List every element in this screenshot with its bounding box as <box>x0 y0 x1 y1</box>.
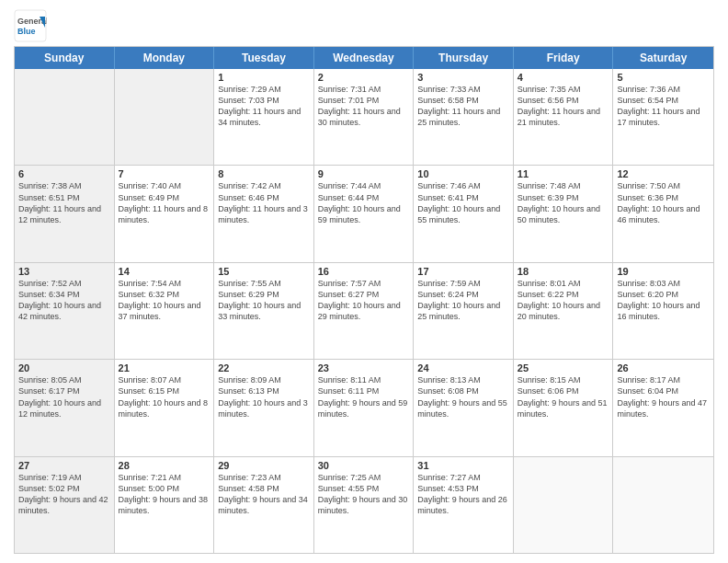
calendar-day-3: 3Sunrise: 7:33 AMSunset: 6:58 PMDaylight… <box>414 69 514 165</box>
calendar-week-2: 13Sunrise: 7:52 AMSunset: 6:34 PMDayligh… <box>15 262 713 359</box>
day-number: 15 <box>218 266 310 277</box>
day-info: Sunrise: 7:25 AMSunset: 4:55 PMDaylight:… <box>318 472 410 517</box>
calendar-header: SundayMondayTuesdayWednesdayThursdayFrid… <box>15 47 713 69</box>
day-info: Sunrise: 7:50 AMSunset: 6:36 PMDaylight:… <box>617 180 710 225</box>
day-number: 8 <box>218 168 310 179</box>
day-number: 28 <box>119 460 210 471</box>
header-day-monday: Monday <box>115 47 215 69</box>
day-info: Sunrise: 7:27 AMSunset: 4:53 PMDaylight:… <box>417 472 509 517</box>
day-number: 12 <box>617 168 710 179</box>
day-number: 23 <box>318 362 410 373</box>
header-day-friday: Friday <box>514 47 614 69</box>
calendar-day-4: 4Sunrise: 7:35 AMSunset: 6:56 PMDaylight… <box>514 69 614 165</box>
day-number: 14 <box>119 266 210 277</box>
calendar-day-31: 31Sunrise: 7:27 AMSunset: 4:53 PMDayligh… <box>414 457 514 553</box>
header-day-saturday: Saturday <box>613 47 713 69</box>
calendar-day-1: 1Sunrise: 7:29 AMSunset: 7:03 PMDaylight… <box>214 69 314 165</box>
day-info: Sunrise: 7:29 AMSunset: 7:03 PMDaylight:… <box>218 84 310 129</box>
calendar-day-14: 14Sunrise: 7:54 AMSunset: 6:32 PMDayligh… <box>115 263 215 359</box>
day-info: Sunrise: 8:01 AMSunset: 6:22 PMDaylight:… <box>518 278 609 323</box>
page: General Blue SundayMondayTuesdayWednesda… <box>0 0 728 563</box>
calendar-day-5: 5Sunrise: 7:36 AMSunset: 6:54 PMDaylight… <box>613 69 713 165</box>
calendar-day-2: 2Sunrise: 7:31 AMSunset: 7:01 PMDaylight… <box>314 69 415 165</box>
day-number: 11 <box>518 168 609 179</box>
day-info: Sunrise: 8:11 AMSunset: 6:11 PMDaylight:… <box>318 374 410 419</box>
day-info: Sunrise: 8:05 AMSunset: 6:17 PMDaylight:… <box>18 374 110 419</box>
day-info: Sunrise: 7:33 AMSunset: 6:58 PMDaylight:… <box>417 84 509 129</box>
calendar-day-10: 10Sunrise: 7:46 AMSunset: 6:41 PMDayligh… <box>414 166 514 261</box>
day-number: 9 <box>318 168 410 179</box>
calendar-day-21: 21Sunrise: 8:07 AMSunset: 6:15 PMDayligh… <box>115 360 215 455</box>
calendar-empty-cell <box>15 69 115 165</box>
day-number: 20 <box>18 362 110 373</box>
calendar-empty-cell <box>613 457 713 553</box>
calendar-day-15: 15Sunrise: 7:55 AMSunset: 6:29 PMDayligh… <box>214 263 314 359</box>
header: General Blue <box>14 9 714 42</box>
calendar-day-29: 29Sunrise: 7:23 AMSunset: 4:58 PMDayligh… <box>214 457 314 553</box>
calendar-empty-cell <box>514 457 614 553</box>
day-info: Sunrise: 7:52 AMSunset: 6:34 PMDaylight:… <box>18 278 110 323</box>
day-info: Sunrise: 7:38 AMSunset: 6:51 PMDaylight:… <box>18 180 110 225</box>
calendar-body: 1Sunrise: 7:29 AMSunset: 7:03 PMDaylight… <box>15 69 713 553</box>
day-info: Sunrise: 7:35 AMSunset: 6:56 PMDaylight:… <box>518 84 609 129</box>
day-info: Sunrise: 7:42 AMSunset: 6:46 PMDaylight:… <box>218 180 310 225</box>
day-number: 26 <box>617 362 710 373</box>
calendar-week-4: 27Sunrise: 7:19 AMSunset: 5:02 PMDayligh… <box>15 456 713 553</box>
day-number: 21 <box>119 362 210 373</box>
day-number: 31 <box>417 460 509 471</box>
day-info: Sunrise: 8:17 AMSunset: 6:04 PMDaylight:… <box>617 374 710 419</box>
logo-icon: General Blue <box>14 9 47 42</box>
calendar-day-16: 16Sunrise: 7:57 AMSunset: 6:27 PMDayligh… <box>314 263 415 359</box>
day-info: Sunrise: 7:59 AMSunset: 6:24 PMDaylight:… <box>417 278 509 323</box>
day-number: 13 <box>18 266 110 277</box>
logo: General Blue <box>14 9 47 42</box>
day-number: 19 <box>617 266 710 277</box>
day-info: Sunrise: 8:03 AMSunset: 6:20 PMDaylight:… <box>617 278 710 323</box>
calendar-day-26: 26Sunrise: 8:17 AMSunset: 6:04 PMDayligh… <box>613 360 713 455</box>
day-info: Sunrise: 7:23 AMSunset: 4:58 PMDaylight:… <box>218 472 310 517</box>
calendar-day-18: 18Sunrise: 8:01 AMSunset: 6:22 PMDayligh… <box>514 263 614 359</box>
calendar-day-19: 19Sunrise: 8:03 AMSunset: 6:20 PMDayligh… <box>613 263 713 359</box>
calendar-day-8: 8Sunrise: 7:42 AMSunset: 6:46 PMDaylight… <box>214 166 314 261</box>
header-day-sunday: Sunday <box>15 47 115 69</box>
day-info: Sunrise: 7:57 AMSunset: 6:27 PMDaylight:… <box>318 278 410 323</box>
day-number: 30 <box>318 460 410 471</box>
calendar: SundayMondayTuesdayWednesdayThursdayFrid… <box>14 46 714 554</box>
calendar-day-23: 23Sunrise: 8:11 AMSunset: 6:11 PMDayligh… <box>314 360 415 455</box>
day-number: 3 <box>417 72 509 83</box>
day-info: Sunrise: 8:07 AMSunset: 6:15 PMDaylight:… <box>119 374 210 419</box>
calendar-empty-cell <box>115 69 215 165</box>
day-number: 27 <box>18 460 110 471</box>
calendar-day-7: 7Sunrise: 7:40 AMSunset: 6:49 PMDaylight… <box>115 166 215 261</box>
header-day-thursday: Thursday <box>414 47 514 69</box>
calendar-week-3: 20Sunrise: 8:05 AMSunset: 6:17 PMDayligh… <box>15 359 713 455</box>
calendar-day-24: 24Sunrise: 8:13 AMSunset: 6:08 PMDayligh… <box>414 360 514 455</box>
day-number: 1 <box>218 72 310 83</box>
day-number: 6 <box>18 168 110 179</box>
day-info: Sunrise: 7:40 AMSunset: 6:49 PMDaylight:… <box>119 180 210 225</box>
day-number: 25 <box>518 362 609 373</box>
calendar-day-11: 11Sunrise: 7:48 AMSunset: 6:39 PMDayligh… <box>514 166 614 261</box>
calendar-day-12: 12Sunrise: 7:50 AMSunset: 6:36 PMDayligh… <box>613 166 713 261</box>
calendar-day-22: 22Sunrise: 8:09 AMSunset: 6:13 PMDayligh… <box>214 360 314 455</box>
day-info: Sunrise: 7:19 AMSunset: 5:02 PMDaylight:… <box>18 472 110 517</box>
calendar-day-13: 13Sunrise: 7:52 AMSunset: 6:34 PMDayligh… <box>15 263 115 359</box>
day-info: Sunrise: 7:36 AMSunset: 6:54 PMDaylight:… <box>617 84 710 129</box>
calendar-week-1: 6Sunrise: 7:38 AMSunset: 6:51 PMDaylight… <box>15 165 713 261</box>
day-number: 16 <box>318 266 410 277</box>
calendar-day-6: 6Sunrise: 7:38 AMSunset: 6:51 PMDaylight… <box>15 166 115 261</box>
calendar-day-25: 25Sunrise: 8:15 AMSunset: 6:06 PMDayligh… <box>514 360 614 455</box>
day-info: Sunrise: 7:55 AMSunset: 6:29 PMDaylight:… <box>218 278 310 323</box>
svg-text:Blue: Blue <box>17 27 36 36</box>
calendar-day-30: 30Sunrise: 7:25 AMSunset: 4:55 PMDayligh… <box>314 457 415 553</box>
day-number: 24 <box>417 362 509 373</box>
day-number: 2 <box>318 72 410 83</box>
day-number: 4 <box>518 72 609 83</box>
day-number: 17 <box>417 266 509 277</box>
day-info: Sunrise: 7:54 AMSunset: 6:32 PMDaylight:… <box>119 278 210 323</box>
day-info: Sunrise: 7:21 AMSunset: 5:00 PMDaylight:… <box>119 472 210 517</box>
svg-rect-0 <box>15 10 46 41</box>
day-info: Sunrise: 8:13 AMSunset: 6:08 PMDaylight:… <box>417 374 509 419</box>
day-info: Sunrise: 8:15 AMSunset: 6:06 PMDaylight:… <box>518 374 609 419</box>
calendar-day-28: 28Sunrise: 7:21 AMSunset: 5:00 PMDayligh… <box>115 457 215 553</box>
